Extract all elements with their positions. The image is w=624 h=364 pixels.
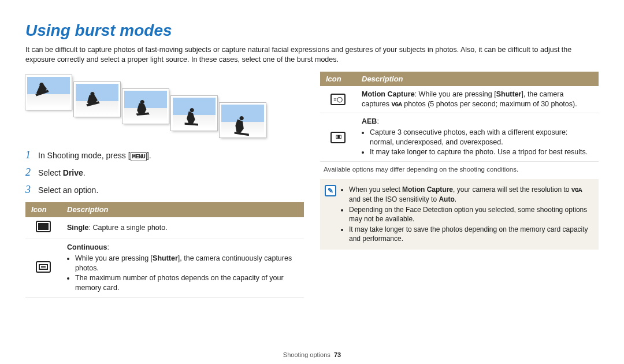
footnote: Available options may differ depending o… bbox=[324, 165, 599, 174]
note-icon: ✎ bbox=[325, 185, 336, 196]
vga-glyph: VGA bbox=[391, 101, 402, 109]
options-table-right: Icon Description Motion Capture: While y… bbox=[320, 72, 599, 162]
table-row: Motion Capture: While you are pressing [… bbox=[320, 86, 599, 113]
col-description: Description bbox=[356, 72, 599, 87]
step-number: 2 bbox=[25, 165, 38, 179]
step-number: 3 bbox=[25, 183, 38, 196]
single-icon bbox=[36, 221, 51, 232]
step-text: Select Drive. bbox=[38, 168, 86, 179]
step-number: 1 bbox=[25, 148, 38, 162]
steps-list: 1 In Shooting mode, press [MENU]. 2 Sele… bbox=[25, 148, 304, 197]
options-table-left: Icon Description Single: Capture a singl… bbox=[25, 202, 304, 298]
page-footer: Shooting options 73 bbox=[0, 351, 624, 359]
sequence-frame bbox=[220, 103, 266, 138]
note-box: ✎ When you select Motion Capture, your c… bbox=[320, 179, 599, 250]
intro-text: It can be difficult to capture photos of… bbox=[25, 45, 599, 65]
col-description: Description bbox=[61, 202, 304, 217]
sequence-frame bbox=[25, 75, 72, 110]
continuous-icon bbox=[36, 261, 51, 273]
snowboard-sequence bbox=[25, 75, 304, 138]
step-text: In Shooting mode, press [MENU]. bbox=[38, 150, 151, 161]
table-row: Single: Capture a single photo. bbox=[25, 217, 304, 239]
vga-glyph: VGA bbox=[571, 186, 582, 195]
step-text: Select an option. bbox=[38, 185, 98, 196]
sequence-frame bbox=[171, 96, 217, 131]
col-icon: Icon bbox=[25, 202, 61, 217]
sequence-frame bbox=[74, 82, 120, 117]
motion-capture-icon bbox=[330, 94, 346, 105]
col-icon: Icon bbox=[320, 72, 356, 87]
aeb-icon bbox=[330, 132, 346, 143]
sequence-frame bbox=[122, 89, 169, 124]
page-title: Using burst modes bbox=[25, 20, 599, 42]
table-row: AEB: Capture 3 consecutive photos, each … bbox=[320, 113, 599, 162]
menu-icon: MENU bbox=[131, 152, 147, 161]
table-row: Continuous: While you are pressing [Shut… bbox=[25, 239, 304, 297]
